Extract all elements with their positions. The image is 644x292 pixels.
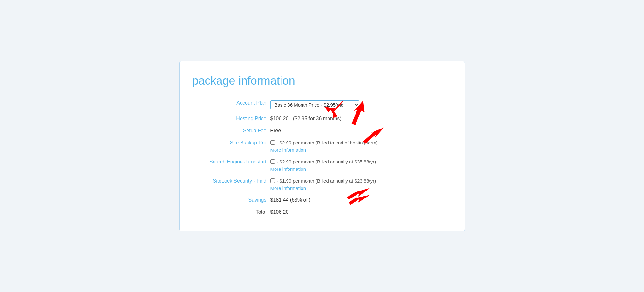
sitelock-checkbox-group: - $1.99 per month (Billed annually at $2…	[270, 178, 444, 191]
sitelock-label: SiteLock Security - Find	[192, 175, 268, 194]
search-engine-label: Search Engine Jumpstart	[192, 156, 268, 175]
sitelock-more-info[interactable]: More information	[270, 185, 444, 191]
sitelock-row: SiteLock Security - Find - $1.99 per mon…	[192, 175, 446, 194]
package-information-card: package information Account Plan Basic 3…	[179, 61, 465, 231]
hosting-price-label: Hosting Price	[192, 113, 268, 125]
search-engine-checkbox-label: - $2.99 per month (Billed annually at $3…	[277, 159, 376, 164]
account-plan-value-cell: Basic 36 Month Price - $2.95/mo. Basic 1…	[268, 97, 446, 113]
site-backup-row: Site Backup Pro - $2.99 per month (Bille…	[192, 137, 446, 156]
hosting-price-value-cell: $106.20 ($2.95 for 36 months)	[268, 113, 446, 125]
hosting-price-detail: ($2.95 for 36 months)	[293, 116, 342, 121]
package-form-table: Account Plan Basic 36 Month Price - $2.9…	[192, 97, 446, 218]
site-backup-checkbox-line: - $2.99 per month (Billed to end of host…	[270, 140, 444, 145]
setup-fee-label: Setup Fee	[192, 125, 268, 137]
sitelock-checkbox-line: - $1.99 per month (Billed annually at $2…	[270, 178, 444, 184]
search-engine-value-cell: - $2.99 per month (Billed annually at $3…	[268, 156, 446, 175]
total-label: Total	[192, 206, 268, 218]
site-backup-value-cell: - $2.99 per month (Billed to end of host…	[268, 137, 446, 156]
site-backup-label: Site Backup Pro	[192, 137, 268, 156]
sitelock-checkbox-label: - $1.99 per month (Billed annually at $2…	[277, 178, 376, 184]
hosting-price-row: Hosting Price $106.20 ($2.95 for 36 mont…	[192, 113, 446, 125]
search-engine-checkbox-line: - $2.99 per month (Billed annually at $3…	[270, 159, 444, 164]
account-plan-label: Account Plan	[192, 97, 268, 113]
savings-value-cell: $181.44 (63% off)	[268, 194, 446, 206]
site-backup-checkbox-label: - $2.99 per month (Billed to end of host…	[277, 140, 378, 145]
sitelock-value-cell: - $1.99 per month (Billed annually at $2…	[268, 175, 446, 194]
search-engine-checkbox[interactable]	[270, 159, 275, 164]
savings-label: Savings	[192, 194, 268, 206]
total-value-cell: $106.20	[268, 206, 446, 218]
search-engine-checkbox-group: - $2.99 per month (Billed annually at $3…	[270, 159, 444, 172]
setup-fee-value: Free	[270, 128, 281, 133]
site-backup-checkbox-group: - $2.99 per month (Billed to end of host…	[270, 140, 444, 153]
sitelock-checkbox[interactable]	[270, 178, 275, 183]
total-amount: $106.20	[270, 209, 289, 215]
search-engine-row: Search Engine Jumpstart - $2.99 per mont…	[192, 156, 446, 175]
site-backup-more-info[interactable]: More information	[270, 147, 444, 153]
savings-row: Savings $181.44 (63% off)	[192, 194, 446, 206]
account-plan-row: Account Plan Basic 36 Month Price - $2.9…	[192, 97, 446, 113]
total-row: Total $106.20	[192, 206, 446, 218]
account-plan-select[interactable]: Basic 36 Month Price - $2.95/mo. Basic 1…	[270, 100, 359, 109]
site-backup-checkbox[interactable]	[270, 140, 275, 145]
page-title: package information	[192, 74, 446, 87]
savings-amount: $181.44 (63% off)	[270, 197, 311, 203]
search-engine-more-info[interactable]: More information	[270, 166, 444, 172]
setup-fee-row: Setup Fee Free	[192, 125, 446, 137]
hosting-price-amount: $106.20	[270, 116, 289, 121]
setup-fee-value-cell: Free	[268, 125, 446, 137]
